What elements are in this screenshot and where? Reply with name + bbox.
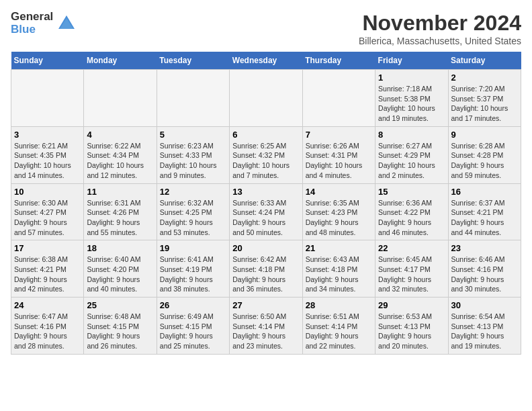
day-info: Sunrise: 6:23 AM Sunset: 4:33 PM Dayligh… <box>160 141 226 181</box>
day-number: 10 <box>14 187 81 197</box>
calendar-cell: 13Sunrise: 6:33 AM Sunset: 4:24 PM Dayli… <box>230 183 302 240</box>
day-number: 25 <box>87 300 153 310</box>
col-header-thursday: Thursday <box>302 52 375 70</box>
calendar-cell: 18Sunrise: 6:40 AM Sunset: 4:20 PM Dayli… <box>84 240 157 298</box>
day-info: Sunrise: 6:43 AM Sunset: 4:18 PM Dayligh… <box>306 255 372 294</box>
col-header-tuesday: Tuesday <box>157 52 229 70</box>
day-number: 20 <box>232 243 299 253</box>
calendar-cell: 26Sunrise: 6:49 AM Sunset: 4:15 PM Dayli… <box>157 298 229 355</box>
calendar-week-1: 3Sunrise: 6:21 AM Sunset: 4:35 PM Daylig… <box>11 126 521 183</box>
calendar-cell: 6Sunrise: 6:25 AM Sunset: 4:32 PM Daylig… <box>230 126 302 183</box>
day-number: 26 <box>160 300 226 310</box>
day-info: Sunrise: 6:48 AM Sunset: 4:15 PM Dayligh… <box>87 312 153 351</box>
day-number: 11 <box>87 187 153 197</box>
day-number: 7 <box>306 130 372 140</box>
day-info: Sunrise: 6:25 AM Sunset: 4:32 PM Dayligh… <box>232 141 299 181</box>
day-info: Sunrise: 6:35 AM Sunset: 4:23 PM Dayligh… <box>306 198 372 238</box>
calendar-cell: 15Sunrise: 6:36 AM Sunset: 4:22 PM Dayli… <box>375 183 448 240</box>
calendar-cell: 17Sunrise: 6:38 AM Sunset: 4:21 PM Dayli… <box>11 240 84 298</box>
calendar-cell: 28Sunrise: 6:51 AM Sunset: 4:14 PM Dayli… <box>302 298 375 355</box>
day-info: Sunrise: 6:38 AM Sunset: 4:21 PM Dayligh… <box>14 255 81 294</box>
calendar-cell: 22Sunrise: 6:45 AM Sunset: 4:17 PM Dayli… <box>375 240 448 298</box>
calendar-cell: 8Sunrise: 6:27 AM Sunset: 4:29 PM Daylig… <box>375 126 448 183</box>
calendar-cell <box>157 70 229 127</box>
calendar-cell: 20Sunrise: 6:42 AM Sunset: 4:18 PM Dayli… <box>230 240 302 298</box>
col-header-saturday: Saturday <box>448 52 521 70</box>
col-header-monday: Monday <box>84 52 157 70</box>
logo-general: General <box>11 11 53 24</box>
calendar-cell: 21Sunrise: 6:43 AM Sunset: 4:18 PM Dayli… <box>302 240 375 298</box>
day-number: 8 <box>378 130 445 140</box>
day-info: Sunrise: 6:45 AM Sunset: 4:17 PM Dayligh… <box>378 255 445 294</box>
day-info: Sunrise: 6:30 AM Sunset: 4:27 PM Dayligh… <box>14 198 81 238</box>
day-number: 21 <box>306 243 372 253</box>
day-info: Sunrise: 6:22 AM Sunset: 4:34 PM Dayligh… <box>87 141 153 181</box>
day-number: 3 <box>14 130 81 140</box>
day-info: Sunrise: 6:28 AM Sunset: 4:28 PM Dayligh… <box>451 141 518 181</box>
col-header-sunday: Sunday <box>11 52 84 70</box>
location-title: Billerica, Massachusetts, United States <box>359 36 521 46</box>
calendar-week-2: 10Sunrise: 6:30 AM Sunset: 4:27 PM Dayli… <box>11 183 521 240</box>
day-info: Sunrise: 6:37 AM Sunset: 4:21 PM Dayligh… <box>451 198 518 238</box>
day-number: 29 <box>378 300 445 310</box>
calendar-week-4: 24Sunrise: 6:47 AM Sunset: 4:16 PM Dayli… <box>11 298 521 355</box>
day-number: 6 <box>232 130 299 140</box>
day-number: 23 <box>451 243 518 253</box>
day-info: Sunrise: 6:33 AM Sunset: 4:24 PM Dayligh… <box>232 198 299 238</box>
day-number: 13 <box>232 187 299 197</box>
day-info: Sunrise: 6:42 AM Sunset: 4:18 PM Dayligh… <box>232 255 299 294</box>
day-info: Sunrise: 6:53 AM Sunset: 4:13 PM Dayligh… <box>378 312 445 351</box>
day-info: Sunrise: 7:18 AM Sunset: 5:38 PM Dayligh… <box>378 84 445 124</box>
day-info: Sunrise: 6:41 AM Sunset: 4:19 PM Dayligh… <box>160 255 226 294</box>
calendar-cell: 24Sunrise: 6:47 AM Sunset: 4:16 PM Dayli… <box>11 298 84 355</box>
day-info: Sunrise: 6:51 AM Sunset: 4:14 PM Dayligh… <box>306 312 372 351</box>
calendar-cell: 4Sunrise: 6:22 AM Sunset: 4:34 PM Daylig… <box>84 126 157 183</box>
day-number: 9 <box>451 130 518 140</box>
day-number: 14 <box>306 187 372 197</box>
day-number: 2 <box>451 73 518 83</box>
calendar-table: SundayMondayTuesdayWednesdayThursdayFrid… <box>11 52 521 355</box>
day-info: Sunrise: 6:27 AM Sunset: 4:29 PM Dayligh… <box>378 141 445 181</box>
day-info: Sunrise: 6:46 AM Sunset: 4:16 PM Dayligh… <box>451 255 518 294</box>
day-info: Sunrise: 6:21 AM Sunset: 4:35 PM Dayligh… <box>14 141 81 181</box>
calendar-cell: 5Sunrise: 6:23 AM Sunset: 4:33 PM Daylig… <box>157 126 229 183</box>
day-info: Sunrise: 6:40 AM Sunset: 4:20 PM Dayligh… <box>87 255 153 294</box>
day-info: Sunrise: 6:36 AM Sunset: 4:22 PM Dayligh… <box>378 198 445 238</box>
page-header: General Blue November 2024 Billerica, Ma… <box>11 11 521 46</box>
day-number: 17 <box>14 243 81 253</box>
calendar-cell: 9Sunrise: 6:28 AM Sunset: 4:28 PM Daylig… <box>448 126 521 183</box>
calendar-cell: 27Sunrise: 6:50 AM Sunset: 4:14 PM Dayli… <box>230 298 302 355</box>
logo: General Blue <box>11 11 76 36</box>
calendar-cell: 19Sunrise: 6:41 AM Sunset: 4:19 PM Dayli… <box>157 240 229 298</box>
day-number: 15 <box>378 187 445 197</box>
calendar-cell: 25Sunrise: 6:48 AM Sunset: 4:15 PM Dayli… <box>84 298 157 355</box>
day-number: 5 <box>160 130 226 140</box>
calendar-cell <box>11 70 84 127</box>
calendar-cell: 14Sunrise: 6:35 AM Sunset: 4:23 PM Dayli… <box>302 183 375 240</box>
day-number: 16 <box>451 187 518 197</box>
calendar-cell <box>230 70 302 127</box>
calendar-cell: 12Sunrise: 6:32 AM Sunset: 4:25 PM Dayli… <box>157 183 229 240</box>
calendar-cell: 30Sunrise: 6:54 AM Sunset: 4:13 PM Dayli… <box>448 298 521 355</box>
day-number: 28 <box>306 300 372 310</box>
day-number: 1 <box>378 73 445 83</box>
calendar-week-3: 17Sunrise: 6:38 AM Sunset: 4:21 PM Dayli… <box>11 240 521 298</box>
calendar-cell: 29Sunrise: 6:53 AM Sunset: 4:13 PM Dayli… <box>375 298 448 355</box>
col-header-friday: Friday <box>375 52 448 70</box>
day-number: 27 <box>232 300 299 310</box>
day-number: 19 <box>160 243 226 253</box>
calendar-week-0: 1Sunrise: 7:18 AM Sunset: 5:38 PM Daylig… <box>11 70 521 127</box>
calendar-cell <box>302 70 375 127</box>
title-area: November 2024 Billerica, Massachusetts, … <box>359 11 521 46</box>
calendar-cell: 11Sunrise: 6:31 AM Sunset: 4:26 PM Dayli… <box>84 183 157 240</box>
day-number: 12 <box>160 187 226 197</box>
calendar-cell: 1Sunrise: 7:18 AM Sunset: 5:38 PM Daylig… <box>375 70 448 127</box>
calendar-cell: 3Sunrise: 6:21 AM Sunset: 4:35 PM Daylig… <box>11 126 84 183</box>
day-number: 18 <box>87 243 153 253</box>
calendar-cell: 23Sunrise: 6:46 AM Sunset: 4:16 PM Dayli… <box>448 240 521 298</box>
day-info: Sunrise: 7:20 AM Sunset: 5:37 PM Dayligh… <box>451 84 518 124</box>
calendar-cell <box>84 70 157 127</box>
day-number: 30 <box>451 300 518 310</box>
day-number: 24 <box>14 300 81 310</box>
day-info: Sunrise: 6:49 AM Sunset: 4:15 PM Dayligh… <box>160 312 226 351</box>
